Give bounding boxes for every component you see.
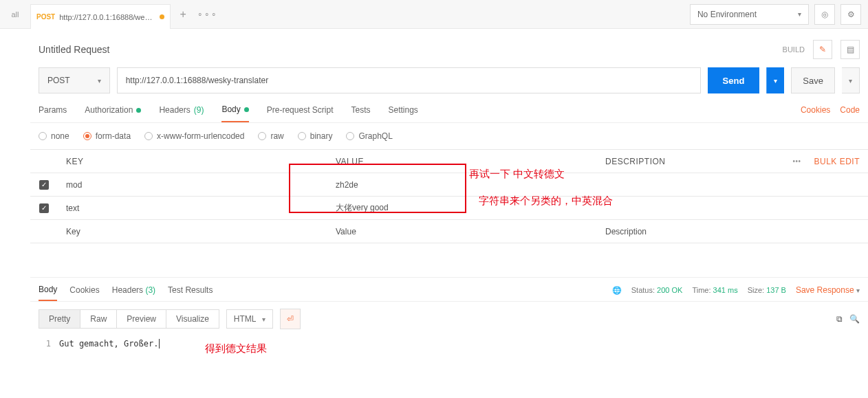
chevron-down-icon: ▾ bbox=[774, 77, 777, 85]
headers-count: (9) bbox=[194, 105, 204, 115]
radio-icon bbox=[39, 132, 47, 140]
chevron-down-icon: ▾ bbox=[98, 77, 101, 85]
pencil-icon: ✎ bbox=[819, 45, 826, 54]
env-label: No Environment bbox=[697, 10, 757, 19]
view-pretty[interactable]: Pretty bbox=[39, 309, 80, 329]
response-text: Gut gemacht, Großer. bbox=[59, 339, 159, 349]
body-formdata[interactable]: form-data bbox=[83, 131, 131, 141]
radio-icon bbox=[298, 132, 306, 140]
chevron-down-icon: ▾ bbox=[856, 287, 860, 294]
table-row-new[interactable]: Key Value Description bbox=[30, 220, 868, 243]
body-binary[interactable]: binary bbox=[298, 131, 333, 141]
method-value: POST bbox=[47, 76, 70, 85]
key-input[interactable]: Key bbox=[58, 227, 327, 236]
format-select[interactable]: HTML▾ bbox=[226, 309, 273, 329]
body-xwww-label: x-www-form-urlencoded bbox=[157, 131, 244, 141]
size-value: 137 B bbox=[766, 286, 786, 294]
tab-auth-label: Authorization bbox=[85, 105, 133, 115]
response-body[interactable]: 1 Gut gemacht, Großer. bbox=[30, 336, 868, 351]
col-desc: DESCRIPTION bbox=[597, 157, 779, 166]
tab-authorization[interactable]: Authorization bbox=[85, 105, 141, 122]
chevron-down-icon: ▾ bbox=[849, 77, 852, 85]
view-visualize[interactable]: Visualize bbox=[166, 309, 219, 329]
request-title[interactable]: Untitled Request bbox=[39, 44, 110, 55]
body-raw-label: raw bbox=[270, 131, 283, 141]
code-link[interactable]: Code bbox=[840, 105, 860, 115]
preview-env-button[interactable]: ◎ bbox=[814, 4, 835, 25]
body-xwww[interactable]: x-www-form-urlencoded bbox=[144, 131, 244, 141]
view-preview[interactable]: Preview bbox=[117, 309, 166, 329]
eye-icon: ◎ bbox=[821, 10, 828, 19]
dot-icon bbox=[244, 107, 249, 112]
tab-params[interactable]: Params bbox=[39, 105, 67, 122]
settings-button[interactable]: ⚙ bbox=[840, 4, 861, 25]
unsaved-dot-icon bbox=[160, 14, 164, 19]
radio-icon bbox=[346, 132, 354, 140]
body-none-label: none bbox=[51, 131, 69, 141]
tab-tests[interactable]: Tests bbox=[351, 105, 370, 122]
save-dropdown[interactable]: ▾ bbox=[842, 67, 860, 93]
radio-icon bbox=[83, 132, 91, 140]
wrap-lines-button[interactable]: ⏎ bbox=[280, 309, 301, 329]
key-input[interactable]: text bbox=[58, 203, 327, 213]
col-key: KEY bbox=[58, 157, 327, 166]
cookies-link[interactable]: Cookies bbox=[801, 105, 830, 115]
row-checkbox[interactable]: ✓ bbox=[39, 180, 49, 190]
layout-button[interactable]: ▤ bbox=[840, 40, 860, 59]
comments-button[interactable]: ✎ bbox=[813, 40, 832, 59]
status-value: 200 OK bbox=[657, 286, 682, 294]
line-number: 1 bbox=[39, 339, 59, 349]
environment-select[interactable]: No Environment ▾ bbox=[690, 4, 809, 25]
resp-tab-headers[interactable]: Headers (3) bbox=[112, 285, 155, 300]
save-response-button[interactable]: Save Response ▾ bbox=[796, 285, 860, 295]
desc-input[interactable]: Description bbox=[597, 227, 868, 236]
build-label[interactable]: BUILD bbox=[783, 45, 805, 54]
tab-body[interactable]: Body bbox=[221, 104, 248, 122]
globe-icon[interactable]: 🌐 bbox=[612, 286, 622, 295]
value-input[interactable]: zh2de bbox=[327, 180, 597, 190]
save-button[interactable]: Save bbox=[791, 67, 835, 93]
search-button[interactable]: 🔍 bbox=[849, 314, 860, 324]
columns-icon: ▤ bbox=[847, 45, 854, 54]
tab-headers[interactable]: Headers(9) bbox=[159, 105, 204, 122]
table-row: ✓ text 大佬very good bbox=[30, 197, 868, 220]
chevron-down-icon: ▾ bbox=[798, 10, 801, 18]
tab-prerequest[interactable]: Pre-request Script bbox=[267, 105, 334, 122]
send-dropdown[interactable]: ▾ bbox=[766, 67, 784, 93]
request-tab[interactable]: POST http://127.0.0.1:16888/wesky-t... bbox=[30, 4, 171, 29]
cursor-icon bbox=[159, 339, 160, 349]
table-row: ✓ mod zh2de bbox=[30, 173, 868, 197]
more-actions[interactable]: ••• bbox=[779, 157, 814, 165]
url-input[interactable]: http://127.0.0.1:16888/wesky-translater bbox=[117, 67, 701, 93]
resp-headers-count: (3) bbox=[145, 285, 155, 295]
row-checkbox[interactable]: ✓ bbox=[39, 203, 49, 213]
body-none[interactable]: none bbox=[39, 131, 69, 141]
radio-icon bbox=[144, 132, 153, 140]
time-value: 341 ms bbox=[713, 286, 738, 294]
bulk-edit-link[interactable]: Bulk Edit bbox=[814, 157, 868, 166]
chevron-down-icon: ▾ bbox=[262, 316, 265, 323]
resp-tab-tests[interactable]: Test Results bbox=[168, 285, 213, 300]
body-raw[interactable]: raw bbox=[258, 131, 283, 141]
new-tab-button[interactable]: + bbox=[171, 0, 195, 28]
size-label: Size: bbox=[748, 286, 764, 294]
resp-tab-body[interactable]: Body bbox=[39, 285, 57, 301]
status-label: Status: bbox=[631, 286, 655, 294]
send-button[interactable]: Send bbox=[708, 67, 760, 93]
body-graphql[interactable]: GraphQL bbox=[346, 131, 392, 141]
value-input[interactable]: Value bbox=[327, 227, 597, 236]
key-input[interactable]: mod bbox=[58, 180, 327, 190]
body-binary-label: binary bbox=[310, 131, 333, 141]
time-label: Time: bbox=[692, 286, 710, 294]
copy-button[interactable]: ⧉ bbox=[836, 314, 843, 324]
method-badge: POST bbox=[36, 13, 55, 21]
value-input[interactable]: 大佬very good bbox=[327, 202, 597, 214]
resp-tab-cookies[interactable]: Cookies bbox=[69, 285, 99, 300]
tab-settings[interactable]: Settings bbox=[389, 105, 418, 122]
view-raw[interactable]: Raw bbox=[80, 309, 117, 329]
radio-icon bbox=[258, 132, 266, 140]
tabs-more-button[interactable]: ∘∘∘ bbox=[195, 0, 220, 28]
tab-headers-label: Headers bbox=[159, 105, 190, 115]
body-formdata-label: form-data bbox=[96, 131, 131, 141]
method-select[interactable]: POST ▾ bbox=[39, 67, 110, 93]
